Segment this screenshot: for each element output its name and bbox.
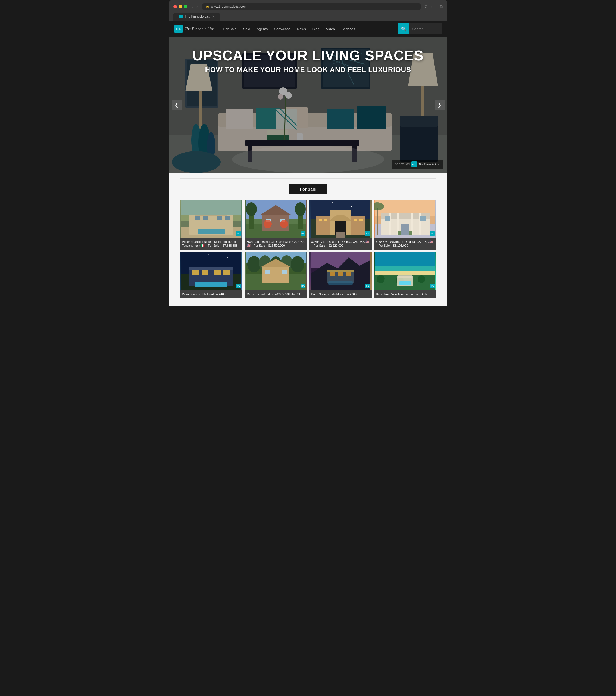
nav-news[interactable]: News	[294, 21, 309, 37]
svg-rect-96	[409, 231, 412, 235]
forward-button[interactable]: ›	[195, 4, 199, 9]
property-card[interactable]: TPL 80694 Via Pessaro, La Quinta, CA, US…	[309, 200, 372, 250]
minimize-button[interactable]	[179, 5, 182, 9]
property-info-8: Beachfront Villa Aguazura – Blue Orchid.…	[374, 290, 436, 298]
property-img-svg-3	[309, 200, 372, 238]
property-img-svg-5	[180, 252, 242, 290]
main-navigation: For Sale Sold Agents Showcase News Blog …	[221, 21, 393, 37]
property-card[interactable]: TPL Mercer Island Estate – 3305 60th Ave…	[245, 252, 307, 298]
svg-rect-76	[316, 216, 329, 235]
svg-rect-132	[346, 272, 351, 276]
back-button[interactable]: ‹	[191, 4, 194, 9]
svg-point-67	[280, 220, 288, 228]
close-button[interactable]	[173, 5, 177, 9]
svg-rect-106	[192, 270, 199, 275]
svg-point-102	[208, 254, 209, 254]
tab-label: The Pinnacle List	[185, 15, 210, 18]
nav-for-sale[interactable]: For Sale	[221, 21, 239, 37]
property-info-5: Palm Springs Hills Estate – 2400...	[180, 290, 242, 298]
property-card[interactable]: TPL Palm Springs Hills Modern – 2300...	[309, 252, 372, 298]
site-wrapper: TPL The Pinnacle List For Sale Sold Agen…	[169, 21, 447, 306]
property-title-1: Podere Panico Estate – Monteroni d'Arbia…	[182, 240, 240, 248]
svg-rect-77	[351, 216, 365, 235]
property-title-4: 52647 Via Savona, La Quinta, CA, USA 🇺🇸 …	[376, 240, 434, 248]
window-controls	[173, 5, 187, 9]
nav-blog[interactable]: Blog	[310, 21, 322, 37]
property-tpl-logo: TPL	[365, 231, 370, 236]
nav-sold[interactable]: Sold	[241, 21, 253, 37]
active-tab[interactable]: The Pinnacle List ✕	[173, 13, 220, 21]
svg-rect-78	[319, 219, 322, 221]
svg-point-119	[291, 256, 304, 272]
svg-rect-120	[262, 267, 289, 283]
logo-text: The Pinnacle List	[185, 26, 214, 31]
tabs-button[interactable]: ⧉	[440, 4, 443, 9]
logo-area[interactable]: TPL The Pinnacle List	[175, 25, 215, 33]
property-card[interactable]: TPL Podere Panico Estate – Monteroni d'A…	[180, 200, 242, 250]
svg-rect-107	[201, 270, 208, 275]
property-img-svg-2	[245, 200, 307, 238]
property-title-8: Beachfront Villa Aguazura – Blue Orchid.…	[376, 292, 434, 296]
property-img-svg-7	[309, 252, 372, 290]
svg-rect-123	[282, 270, 287, 273]
property-title-7: Palm Springs Hills Modern – 2300...	[311, 292, 370, 296]
property-image-2: TPL	[245, 200, 307, 238]
property-image-7: TPL	[309, 252, 372, 290]
svg-rect-95	[398, 231, 401, 235]
browser-tabs: The Pinnacle List ✕	[173, 13, 443, 21]
maximize-button[interactable]	[184, 5, 187, 9]
share-button[interactable]: ↑	[431, 4, 432, 9]
search-input[interactable]	[409, 23, 442, 34]
pinnacle-list-watermark: AS SEEN ON TPL The Pinnacle List	[392, 160, 443, 169]
new-tab-button[interactable]: +	[435, 4, 437, 9]
shield-icon[interactable]: 🛡	[424, 4, 428, 9]
svg-rect-50	[203, 216, 208, 220]
property-tpl-logo: TPL	[236, 231, 241, 236]
property-image-1: TPL	[180, 200, 242, 238]
svg-rect-54	[181, 200, 241, 215]
property-card[interactable]: TPL Beachfront Villa Aguazura – Blue Orc…	[374, 252, 436, 298]
svg-point-103	[227, 257, 228, 258]
svg-rect-92	[385, 217, 390, 221]
nav-services[interactable]: Services	[339, 21, 358, 37]
svg-point-101	[192, 256, 192, 256]
property-tpl-logo: TPL	[430, 231, 435, 236]
svg-rect-131	[338, 272, 343, 276]
property-grid: TPL Podere Panico Estate – Monteroni d'A…	[180, 200, 436, 298]
property-card[interactable]: TPL Palm Springs Hills Estate – 2400...	[180, 252, 242, 298]
svg-rect-49	[195, 216, 200, 220]
browser-action-buttons: 🛡 ↑ + ⧉	[424, 4, 443, 9]
search-button[interactable]: 🔍	[398, 23, 409, 34]
svg-rect-130	[329, 272, 335, 276]
for-sale-title-button[interactable]: For Sale	[289, 184, 327, 194]
property-tpl-logo: TPL	[236, 284, 241, 288]
hero-subtitle: HOW TO MAKE YOUR HOME LOOK AND FEEL LUXU…	[180, 65, 436, 74]
nav-showcase[interactable]: Showcase	[272, 21, 293, 37]
watermark-as-seen: AS SEEN ON	[395, 163, 410, 165]
svg-rect-94	[401, 224, 409, 235]
nav-video[interactable]: Video	[323, 21, 338, 37]
property-image-8: TPL	[374, 252, 436, 290]
svg-point-115	[247, 256, 261, 272]
browser-top-bar: ‹ › 🔒 www.thepinnaclelist.com 🛡 ↑ + ⧉	[173, 3, 443, 10]
slider-next-button[interactable]: ❯	[435, 100, 444, 110]
tab-close-icon[interactable]: ✕	[212, 15, 214, 18]
svg-rect-108	[214, 270, 221, 275]
logo-icon: TPL	[175, 25, 183, 33]
svg-point-140	[384, 277, 394, 287]
property-card[interactable]: TPL 52647 Via Savona, La Quinta, CA, USA…	[374, 200, 436, 250]
for-sale-section: For Sale	[169, 173, 447, 306]
property-info-6: Mercer Island Estate – 3305 60th Ave SE.…	[245, 290, 307, 298]
svg-rect-82	[336, 232, 344, 238]
svg-point-73	[364, 203, 365, 204]
property-tpl-logo: TPL	[301, 231, 305, 236]
property-card[interactable]: TPL 3509 Tanners Mill Cir, Gainesville, …	[245, 200, 307, 250]
slider-prev-button[interactable]: ❮	[172, 100, 181, 110]
property-info-3: 80694 Via Pessaro, La Quinta, CA, USA 🇺🇸…	[309, 238, 372, 250]
nav-agents[interactable]: Agents	[254, 21, 270, 37]
search-area: 🔍	[398, 23, 442, 34]
svg-rect-79	[324, 219, 327, 221]
address-bar[interactable]: 🔒 www.thepinnaclelist.com	[202, 3, 421, 10]
property-image-5: TPL	[180, 252, 242, 290]
property-info-4: 52647 Via Savona, La Quinta, CA, USA 🇺🇸 …	[374, 238, 436, 250]
